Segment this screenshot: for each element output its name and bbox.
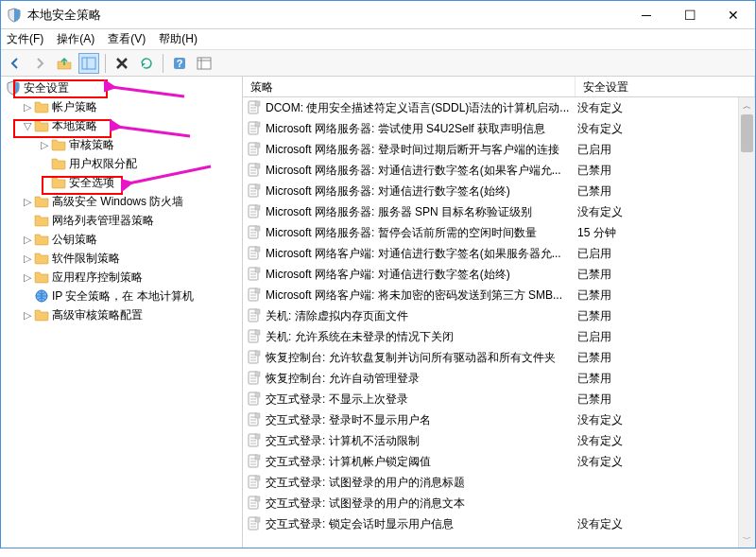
maximize-button[interactable]: ☐ <box>668 1 712 29</box>
list-rows[interactable]: DCOM: 使用安全描述符定义语言(SDDL)语法的计算机启动...没有定义Mi… <box>243 97 738 548</box>
tree-item[interactable]: ▷高级审核策略配置 <box>1 305 242 324</box>
expand-toggle[interactable]: ▷ <box>22 101 33 113</box>
tree-pane[interactable]: 安全设置 ▷帐户策略▽本地策略▷审核策略用户权限分配安全选项▷高级安全 Wind… <box>1 77 243 548</box>
column-policy[interactable]: 策略 <box>243 77 576 96</box>
show-tree-button[interactable] <box>78 53 99 74</box>
folder-icon <box>34 307 49 322</box>
policy-row[interactable]: Microsoft 网络服务器: 对通信进行数字签名(如果客户端允...已禁用 <box>243 160 738 181</box>
policy-doc-icon <box>247 183 262 199</box>
panes-icon <box>81 56 96 71</box>
forward-icon <box>32 56 47 71</box>
policy-row[interactable]: Microsoft 网络服务器: 登录时间过期后断开与客户端的连接已启用 <box>243 139 738 160</box>
help-button[interactable] <box>169 53 190 74</box>
back-button[interactable] <box>5 53 26 74</box>
expand-toggle[interactable]: ▷ <box>22 309 33 322</box>
policy-doc-icon <box>247 287 262 303</box>
tree-item[interactable]: ▷帐户策略 <box>1 97 242 116</box>
menu-file[interactable]: 文件(F) <box>7 31 43 47</box>
globe-icon <box>34 288 49 304</box>
close-button[interactable]: ✕ <box>712 1 755 29</box>
tree-item[interactable]: 安全选项 <box>1 173 242 192</box>
policy-value: 已禁用 <box>577 267 611 283</box>
list-header: 策略 安全设置 <box>243 77 755 97</box>
policy-name: 关机: 清除虚拟内存页面文件 <box>266 308 577 324</box>
tree-item[interactable]: ▷公钥策略 <box>1 230 242 249</box>
policy-row[interactable]: 交互式登录: 不显示上次登录已禁用 <box>243 389 738 409</box>
list-icon <box>197 56 212 71</box>
policy-value: 已启用 <box>577 329 611 345</box>
tree-item[interactable]: 网络列表管理器策略 <box>1 211 242 230</box>
expand-toggle[interactable]: ▽ <box>22 120 33 132</box>
toolbar <box>1 50 755 77</box>
policy-row[interactable]: 关机: 允许系统在未登录的情况下关闭已启用 <box>243 326 738 347</box>
expand-toggle[interactable]: ▷ <box>22 234 33 246</box>
tree-item[interactable]: 用户权限分配 <box>1 154 242 173</box>
scroll-track[interactable] <box>739 114 755 531</box>
policy-row[interactable]: Microsoft 网络服务器: 尝试使用 S4U2Self 获取声明信息没有定… <box>243 118 738 139</box>
menu-action[interactable]: 操作(A) <box>57 31 94 47</box>
policy-row[interactable]: 交互式登录: 登录时不显示用户名没有定义 <box>243 409 738 430</box>
policy-row[interactable]: 交互式登录: 锁定会话时显示用户信息没有定义 <box>243 513 738 534</box>
policy-row[interactable]: Microsoft 网络服务器: 服务器 SPN 目标名称验证级别没有定义 <box>243 201 738 222</box>
policy-row[interactable]: 关机: 清除虚拟内存页面文件已禁用 <box>243 305 738 326</box>
policy-row[interactable]: Microsoft 网络客户端: 对通信进行数字签名(如果服务器允...已启用 <box>243 243 738 264</box>
policy-row[interactable]: 交互式登录: 试图登录的用户的消息标题 <box>243 472 738 493</box>
toolbar-separator <box>105 54 106 73</box>
up-folder-icon <box>57 56 72 71</box>
tree-item[interactable]: ▷高级安全 Windows 防火墙 <box>1 192 242 211</box>
folder-icon <box>34 232 49 247</box>
tree-item[interactable]: ▷软件限制策略 <box>1 249 242 268</box>
folder-icon <box>34 270 49 285</box>
policy-name: Microsoft 网络服务器: 登录时间过期后断开与客户端的连接 <box>266 142 577 158</box>
vertical-scrollbar[interactable]: ︿ ﹀ <box>738 97 755 548</box>
policy-doc-icon <box>247 350 262 365</box>
menu-view[interactable]: 查看(V) <box>108 31 146 47</box>
policy-name: 关机: 允许系统在未登录的情况下关闭 <box>266 329 577 345</box>
tree-item[interactable]: ▷审核策略 <box>1 135 242 154</box>
tree-item[interactable]: ▽本地策略 <box>1 116 242 135</box>
expand-toggle[interactable]: ▷ <box>22 252 33 265</box>
forward-button <box>29 53 50 74</box>
delete-button[interactable] <box>112 53 132 74</box>
tree-item[interactable]: ▷应用程序控制策略 <box>1 268 242 287</box>
refresh-button[interactable] <box>136 53 157 74</box>
help-icon <box>172 56 187 71</box>
scroll-down-button[interactable]: ﹀ <box>739 531 755 548</box>
tree-item-label: 本地策略 <box>52 118 97 134</box>
scroll-up-button[interactable]: ︿ <box>739 97 755 114</box>
policy-row[interactable]: 恢复控制台: 允许自动管理登录已禁用 <box>243 368 738 389</box>
policy-row[interactable]: DCOM: 使用安全描述符定义语言(SDDL)语法的计算机启动...没有定义 <box>243 97 738 118</box>
folder-icon <box>51 156 66 171</box>
policy-row[interactable]: Microsoft 网络服务器: 暂停会话前所需的空闲时间数量15 分钟 <box>243 222 738 243</box>
tree-item[interactable]: IP 安全策略，在 本地计算机 <box>1 287 242 305</box>
policy-name: 交互式登录: 登录时不显示用户名 <box>266 412 577 428</box>
folder-icon <box>34 213 49 228</box>
minimize-button[interactable]: ─ <box>625 1 668 29</box>
policy-row[interactable]: 交互式登录: 计算机不活动限制没有定义 <box>243 430 738 451</box>
policy-row[interactable]: Microsoft 网络服务器: 对通信进行数字签名(始终)已禁用 <box>243 181 738 201</box>
list-view-button[interactable] <box>194 53 215 74</box>
scroll-thumb[interactable] <box>741 114 753 152</box>
column-setting[interactable]: 安全设置 <box>576 77 755 96</box>
policy-row[interactable]: 交互式登录: 试图登录的用户的消息文本 <box>243 493 738 513</box>
tree-root[interactable]: 安全设置 <box>1 78 242 97</box>
policy-doc-icon <box>247 371 262 386</box>
policy-name: Microsoft 网络服务器: 暂停会话前所需的空闲时间数量 <box>266 225 577 241</box>
up-button[interactable] <box>54 53 75 74</box>
list-pane: 策略 安全设置 DCOM: 使用安全描述符定义语言(SDDL)语法的计算机启动.… <box>243 77 755 548</box>
tree-item-label: 安全选项 <box>69 175 114 191</box>
policy-name: 交互式登录: 试图登录的用户的消息文本 <box>266 496 577 512</box>
refresh-icon <box>139 56 154 71</box>
policy-row[interactable]: Microsoft 网络客户端: 将未加密的密码发送到第三方 SMB...已禁用 <box>243 285 738 305</box>
expand-toggle[interactable]: ▷ <box>22 271 33 284</box>
policy-row[interactable]: 交互式登录: 计算机帐户锁定阈值没有定义 <box>243 451 738 472</box>
policy-row[interactable]: Microsoft 网络客户端: 对通信进行数字签名(始终)已禁用 <box>243 264 738 285</box>
expand-toggle[interactable]: ▷ <box>22 196 33 208</box>
policy-row[interactable]: 恢复控制台: 允许软盘复制并访问所有驱动器和所有文件夹已禁用 <box>243 347 738 368</box>
expand-toggle[interactable]: ▷ <box>39 139 50 151</box>
policy-doc-icon <box>247 267 262 282</box>
delete-icon <box>114 56 129 71</box>
menu-help[interactable]: 帮助(H) <box>159 31 198 47</box>
tree-root-label: 安全设置 <box>24 80 69 96</box>
policy-doc-icon <box>247 225 262 240</box>
